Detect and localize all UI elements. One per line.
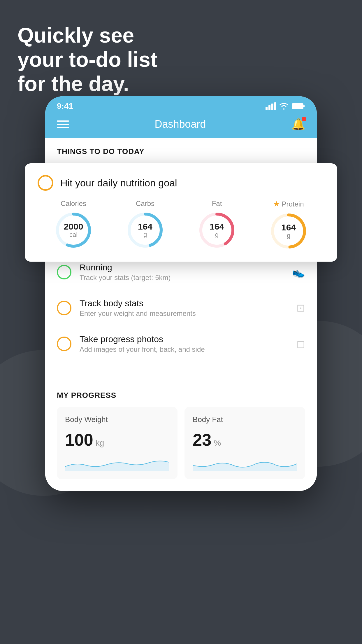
wifi-icon [279,102,289,110]
star-icon: ★ [273,200,280,209]
nutrition-card: Hit your daily nutrition goal Calories 2… [25,163,337,262]
battery-icon [292,103,305,110]
todo-circle-body-stats [57,301,71,315]
todo-item-photos[interactable]: Take progress photos Add images of your … [45,326,317,362]
body-weight-wave [65,456,169,471]
body-fat-title: Body Fat [193,415,297,424]
notification-button[interactable]: 🔔 [291,118,305,131]
todo-circle-running [57,265,71,279]
photo-icon: ◻ [296,338,305,350]
svg-rect-11 [274,102,276,110]
body-fat-wave [193,456,297,471]
todo-subtitle-running: Track your stats (target: 5km) [80,274,284,282]
body-weight-title: Body Weight [65,415,169,424]
spacer [45,362,317,379]
nutrition-card-title: Hit your daily nutrition goal [60,177,177,189]
running-icon: 👟 [292,266,305,278]
headline: Quickly see your to-do list for the day. [17,23,157,96]
todo-title-photos: Take progress photos [80,334,288,344]
scale-icon: ⊡ [296,302,305,314]
calories-label: Calories [61,200,86,208]
body-fat-num: 23 [193,430,212,449]
body-weight-card[interactable]: Body Weight 100 kg [57,407,178,479]
nutrition-carbs: Carbs 164 g [126,200,164,249]
nutrition-card-check-circle[interactable] [38,175,53,191]
progress-cards: Body Weight 100 kg Body Fat [57,407,305,479]
fat-circle: 164 g [198,211,236,249]
phone-frame: 9:41 Dashboard [45,96,317,491]
nutrition-protein: ★ Protein 164 g [270,200,307,250]
svg-rect-8 [266,107,268,110]
signal-icon [266,102,276,110]
body-fat-value: 23 % [193,430,297,449]
todo-title-body-stats: Track body stats [80,298,288,308]
menu-button[interactable] [57,120,69,128]
todo-text-photos: Take progress photos Add images of your … [80,334,288,354]
body-fat-unit: % [214,438,221,448]
todo-title-running: Running [80,262,284,272]
todo-subtitle-photos: Add images of your front, back, and side [80,345,288,354]
body-fat-card[interactable]: Body Fat 23 % [184,407,305,479]
body-weight-unit: kg [96,438,104,448]
body-weight-num: 100 [65,430,93,449]
todo-subtitle-body-stats: Enter your weight and measurements [80,309,288,318]
nav-title: Dashboard [154,118,206,130]
todo-list: Running Track your stats (target: 5km) 👟… [45,254,317,362]
nav-bar: Dashboard 🔔 [45,114,317,138]
time: 9:41 [57,102,73,111]
fat-label: Fat [212,200,222,208]
svg-rect-9 [268,105,270,110]
todo-text-running: Running Track your stats (target: 5km) [80,262,284,282]
progress-section: MY PROGRESS Body Weight 100 kg [45,379,317,491]
carbs-label: Carbs [136,200,154,208]
todo-item-body-stats[interactable]: Track body stats Enter your weight and m… [45,290,317,326]
things-today-header: THINGS TO DO TODAY [45,138,317,161]
protein-label: ★ Protein [273,200,304,209]
notification-dot [302,117,306,121]
progress-header: MY PROGRESS [57,391,305,400]
calories-circle: 2000 cal [55,211,92,249]
status-bar: 9:41 [45,96,317,114]
todo-circle-photos [57,337,71,351]
nutrition-calories: Calories 2000 cal [55,200,92,249]
nutrition-row: Calories 2000 cal Carbs [38,200,324,250]
svg-rect-10 [271,104,273,110]
nutrition-fat: Fat 164 g [198,200,236,249]
protein-circle: 164 g [270,212,307,250]
status-icons [266,102,305,110]
carbs-circle: 164 g [126,211,164,249]
body-weight-value: 100 kg [65,430,169,449]
svg-rect-12 [292,103,303,109]
svg-rect-13 [303,105,305,107]
todo-text-body-stats: Track body stats Enter your weight and m… [80,298,288,318]
